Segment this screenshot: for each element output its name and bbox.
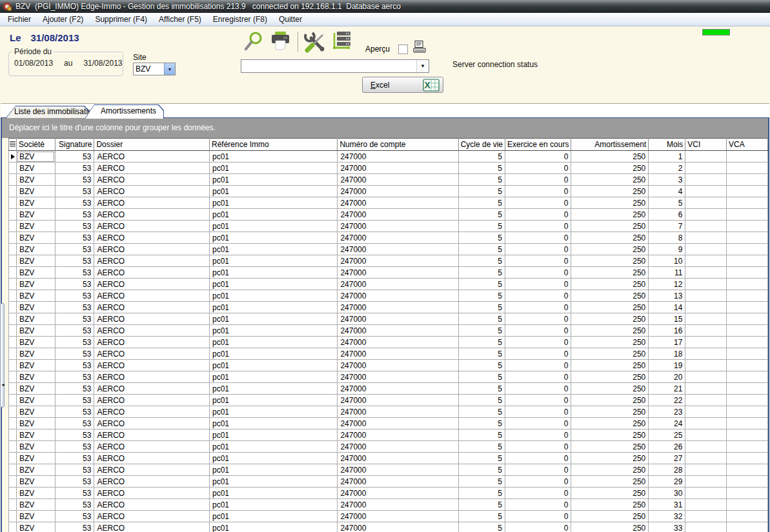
print-icon[interactable]	[268, 30, 292, 54]
row-selector[interactable]	[9, 279, 17, 290]
cell-cycle-vie[interactable]: 5	[458, 464, 505, 476]
cell-societe[interactable]: BZV	[17, 255, 56, 267]
cell-dossier[interactable]: AERCO	[94, 499, 210, 511]
column-header-signature[interactable]: Signature	[55, 139, 94, 151]
table-row[interactable]: BZV53AERCOpc01247000502501	[9, 151, 768, 163]
cell-reference-immo[interactable]: pc01	[210, 488, 338, 499]
cell-reference-immo[interactable]: pc01	[210, 174, 338, 186]
row-selector[interactable]	[9, 429, 17, 441]
cell-reference-immo[interactable]: pc01	[210, 464, 338, 476]
cell-vca[interactable]	[727, 429, 768, 441]
cell-mois[interactable]: 29	[649, 476, 685, 488]
cell-cycle-vie[interactable]: 5	[458, 476, 505, 488]
cell-reference-immo[interactable]: pc01	[210, 151, 338, 163]
cell-cycle-vie[interactable]: 5	[458, 395, 505, 406]
menu-item-afficher-f5[interactable]: Afficher (F5)	[153, 14, 207, 25]
column-header-exercice[interactable]: Exercice en cours	[505, 139, 571, 151]
cell-societe[interactable]: BZV	[17, 371, 56, 383]
row-selector[interactable]	[9, 232, 17, 244]
cell-reference-immo[interactable]: pc01	[210, 441, 338, 453]
cell-mois[interactable]: 28	[649, 464, 685, 476]
cell-numero-compte[interactable]: 247000	[338, 290, 458, 302]
cell-dossier[interactable]: AERCO	[94, 197, 210, 209]
cell-exercice[interactable]: 0	[505, 221, 571, 232]
cell-numero-compte[interactable]: 247000	[338, 232, 458, 244]
row-selector[interactable]	[9, 371, 17, 383]
site-combobox[interactable]: BZV ▼	[133, 63, 176, 75]
row-selector[interactable]	[9, 302, 17, 313]
table-row[interactable]: BZV53AERCOpc012470005025019	[9, 360, 768, 371]
cell-amortissement[interactable]: 250	[571, 488, 649, 499]
search-icon[interactable]	[242, 30, 266, 54]
cell-cycle-vie[interactable]: 5	[458, 151, 505, 163]
cell-vci[interactable]	[685, 313, 727, 325]
cell-vca[interactable]	[727, 151, 768, 163]
cell-mois[interactable]: 21	[649, 383, 685, 395]
cell-amortissement[interactable]: 250	[571, 360, 649, 371]
cell-amortissement[interactable]: 250	[571, 441, 649, 453]
cell-signature[interactable]: 53	[55, 290, 94, 302]
cell-dossier[interactable]: AERCO	[94, 279, 210, 290]
cell-vca[interactable]	[727, 499, 768, 511]
apercu-checkbox[interactable]	[398, 44, 408, 54]
cell-numero-compte[interactable]: 247000	[338, 267, 458, 279]
cell-signature[interactable]: 53	[55, 244, 94, 255]
cell-reference-immo[interactable]: pc01	[210, 337, 338, 348]
cell-numero-compte[interactable]: 247000	[338, 209, 458, 221]
cell-exercice[interactable]: 0	[505, 511, 571, 522]
table-row[interactable]: BZV53AERCOpc012470005025031	[9, 499, 768, 511]
cell-numero-compte[interactable]: 247000	[338, 395, 458, 406]
cell-vca[interactable]	[727, 255, 768, 267]
cell-societe[interactable]: BZV	[17, 279, 56, 290]
cell-mois[interactable]: 2	[649, 163, 685, 174]
cell-vci[interactable]	[685, 186, 727, 197]
row-selector[interactable]	[9, 464, 17, 476]
cell-dossier[interactable]: AERCO	[94, 209, 210, 221]
cell-amortissement[interactable]: 250	[571, 186, 649, 197]
column-header-cycle-vie[interactable]: Cycle de vie	[458, 139, 505, 151]
cell-signature[interactable]: 53	[55, 255, 94, 267]
cell-vca[interactable]	[727, 522, 768, 532]
menu-item-quitter[interactable]: Quitter	[273, 14, 308, 25]
cell-exercice[interactable]: 0	[505, 395, 571, 406]
left-splitter[interactable]: ◄	[0, 303, 5, 408]
cell-numero-compte[interactable]: 247000	[338, 464, 458, 476]
cell-exercice[interactable]: 0	[505, 209, 571, 221]
cell-dossier[interactable]: AERCO	[94, 360, 210, 371]
cell-cycle-vie[interactable]: 5	[458, 197, 505, 209]
table-row[interactable]: BZV53AERCOpc012470005025013	[9, 290, 768, 302]
table-row[interactable]: BZV53AERCOpc012470005025021	[9, 383, 768, 395]
row-selector-current[interactable]	[9, 151, 17, 163]
cell-mois[interactable]: 18	[649, 348, 685, 360]
cell-dossier[interactable]: AERCO	[94, 221, 210, 232]
cell-amortissement[interactable]: 250	[571, 383, 649, 395]
cell-cycle-vie[interactable]: 5	[458, 348, 505, 360]
cell-exercice[interactable]: 0	[505, 499, 571, 511]
cell-dossier[interactable]: AERCO	[94, 186, 210, 197]
cell-dossier[interactable]: AERCO	[94, 371, 210, 383]
cell-signature[interactable]: 53	[55, 511, 94, 522]
tab-amortissements[interactable]: Amortissements	[85, 104, 164, 119]
cell-numero-compte[interactable]: 247000	[338, 511, 458, 522]
cell-signature[interactable]: 53	[55, 383, 94, 395]
cell-dossier[interactable]: AERCO	[94, 395, 210, 406]
cell-reference-immo[interactable]: pc01	[210, 221, 338, 232]
cell-reference-immo[interactable]: pc01	[210, 395, 338, 406]
cell-societe[interactable]: BZV	[17, 360, 56, 371]
menu-item-ajouter-f2[interactable]: Ajouter (F2)	[37, 14, 89, 25]
periode-to-field[interactable]: 31/08/2013	[83, 59, 122, 68]
cell-vca[interactable]	[727, 302, 768, 313]
cell-exercice[interactable]: 0	[505, 186, 571, 197]
cell-vci[interactable]	[685, 476, 727, 488]
cell-reference-immo[interactable]: pc01	[210, 429, 338, 441]
cell-vca[interactable]	[727, 406, 768, 418]
cell-cycle-vie[interactable]: 5	[458, 383, 505, 395]
cell-signature[interactable]: 53	[55, 522, 94, 532]
cell-vci[interactable]	[685, 255, 727, 267]
cell-amortissement[interactable]: 250	[571, 279, 649, 290]
cell-societe[interactable]: BZV	[17, 337, 56, 348]
cell-signature[interactable]: 53	[55, 232, 94, 244]
cell-vca[interactable]	[727, 197, 768, 209]
cell-mois[interactable]: 23	[649, 406, 685, 418]
cell-vca[interactable]	[727, 511, 768, 522]
